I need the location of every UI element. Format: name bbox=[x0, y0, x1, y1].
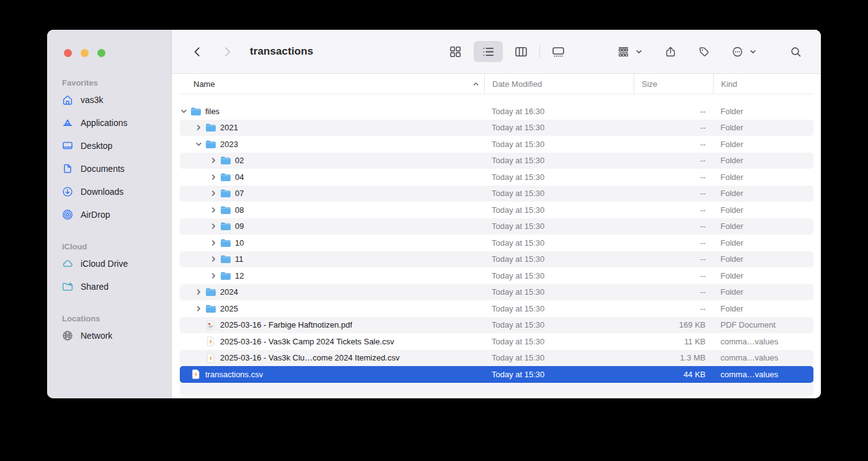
file-row[interactable]: 11Today at 15:30--Folder bbox=[180, 251, 813, 268]
sidebar-item-label: vas3k bbox=[81, 95, 104, 105]
disclosure-triangle[interactable] bbox=[210, 272, 217, 279]
file-row[interactable]: 08Today at 15:30--Folder bbox=[180, 202, 813, 218]
sidebar-item-documents[interactable]: Documents bbox=[47, 157, 171, 180]
disclosure-triangle[interactable] bbox=[210, 174, 217, 181]
file-row[interactable]: 07Today at 15:30--Folder bbox=[180, 186, 813, 202]
file-row[interactable]: 2025Today at 15:30--Folder bbox=[180, 300, 813, 317]
share-button[interactable] bbox=[661, 43, 680, 60]
sidebar-item-vas3k[interactable]: vas3k bbox=[47, 88, 171, 111]
disclosure-triangle[interactable] bbox=[210, 223, 217, 230]
disclosure-triangle[interactable] bbox=[210, 157, 217, 164]
search-button[interactable] bbox=[786, 43, 805, 60]
disclosure-triangle[interactable] bbox=[195, 141, 202, 148]
sidebar-sections: Favoritesvas3kApplicationsDesktopDocumen… bbox=[47, 78, 171, 347]
file-size: 11 KB bbox=[634, 337, 713, 346]
file-size: -- bbox=[634, 271, 713, 280]
file-row[interactable]: filesToday at 16:30--Folder bbox=[180, 103, 813, 120]
gallery-view-button[interactable] bbox=[544, 41, 573, 62]
file-row[interactable]: 12Today at 15:30--Folder bbox=[180, 267, 813, 284]
file-kind: Folder bbox=[713, 189, 813, 198]
sidebar-item-downloads[interactable]: Downloads bbox=[47, 180, 171, 203]
file-row[interactable]: 2025-03-16 - Vas3k Clu…come 2024 Itemize… bbox=[180, 350, 813, 367]
globe-icon bbox=[62, 330, 73, 341]
file-size: -- bbox=[634, 123, 713, 132]
disclosure-triangle[interactable] bbox=[210, 207, 217, 213]
downloads-icon bbox=[62, 186, 73, 197]
file-row[interactable]: transactions.csvToday at 15:3044 KBcomma… bbox=[180, 366, 813, 383]
window-title: transactions bbox=[250, 45, 313, 58]
file-size: -- bbox=[634, 254, 713, 264]
sidebar-item-applications[interactable]: Applications bbox=[47, 111, 171, 134]
list-view-button[interactable] bbox=[474, 41, 503, 62]
disclosure-triangle[interactable] bbox=[210, 256, 217, 262]
sidebar-item-label: Downloads bbox=[81, 187, 123, 197]
disclosure-triangle[interactable] bbox=[195, 289, 202, 295]
file-size: 44 KB bbox=[634, 370, 713, 379]
minimize-button[interactable] bbox=[81, 49, 89, 57]
date-modified: Today at 15:30 bbox=[484, 287, 634, 297]
shared-folder-icon bbox=[62, 281, 73, 292]
column-view-button[interactable] bbox=[507, 41, 536, 62]
file-kind: PDF Document bbox=[713, 320, 813, 329]
date-modified: Today at 15:30 bbox=[484, 123, 634, 132]
sidebar-item-label: Documents bbox=[81, 164, 125, 174]
file-row[interactable]: 2025-03-16 - Farbige Haftnotizen.pdfToda… bbox=[180, 317, 813, 334]
file-row[interactable]: 2024Today at 15:30--Folder bbox=[180, 284, 813, 301]
disclosure-triangle[interactable] bbox=[210, 239, 217, 246]
file-row[interactable]: 2025-03-16 - Vas3k Camp 2024 Tickets Sal… bbox=[180, 333, 813, 350]
file-row[interactable]: 02Today at 15:30--Folder bbox=[180, 153, 813, 169]
file-row[interactable]: 10Today at 15:30--Folder bbox=[180, 235, 813, 251]
sidebar-section-label: iCloud bbox=[62, 242, 171, 252]
file-size: -- bbox=[634, 140, 713, 149]
file-kind: Folder bbox=[713, 205, 813, 215]
file-name: 2023 bbox=[220, 140, 238, 149]
sidebar-item-airdrop[interactable]: AirDrop bbox=[47, 203, 171, 226]
column-date-modified[interactable]: Date Modified bbox=[484, 74, 634, 94]
file-name: transactions.csv bbox=[205, 370, 263, 379]
file-name: 04 bbox=[235, 172, 244, 182]
date-modified: Today at 15:30 bbox=[484, 370, 634, 379]
close-button[interactable] bbox=[64, 49, 72, 57]
file-row[interactable]: 2021Today at 15:30--Folder bbox=[180, 120, 813, 137]
date-modified: Today at 15:30 bbox=[484, 205, 634, 215]
folder-icon bbox=[219, 156, 231, 165]
group-by-button[interactable] bbox=[614, 43, 642, 60]
folder-icon bbox=[205, 140, 216, 149]
disclosure-triangle[interactable] bbox=[210, 190, 217, 197]
column-kind[interactable]: Kind bbox=[713, 74, 813, 94]
file-kind: Folder bbox=[713, 172, 813, 182]
folder-icon bbox=[219, 238, 231, 248]
sidebar-item-label: iCloud Drive bbox=[81, 259, 128, 269]
column-name[interactable]: Name bbox=[180, 74, 484, 94]
file-row[interactable]: 04Today at 15:30--Folder bbox=[180, 169, 813, 186]
forward-button[interactable] bbox=[218, 43, 236, 60]
file-kind: comma…values bbox=[713, 370, 813, 379]
sidebar-item-desktop[interactable]: Desktop bbox=[47, 134, 171, 157]
zoom-button[interactable] bbox=[97, 49, 105, 57]
sidebar-item-shared[interactable]: Shared bbox=[47, 275, 171, 298]
disclosure-triangle[interactable] bbox=[195, 305, 202, 312]
sidebar-item-icloud-drive[interactable]: iCloud Drive bbox=[47, 252, 171, 275]
more-actions-button[interactable] bbox=[728, 43, 756, 60]
disclosure-triangle[interactable] bbox=[195, 124, 202, 131]
tag-button[interactable] bbox=[694, 43, 713, 60]
file-kind: Folder bbox=[713, 254, 813, 264]
column-size[interactable]: Size bbox=[634, 74, 713, 94]
file-size: -- bbox=[634, 238, 713, 248]
sort-ascending-icon bbox=[472, 81, 479, 87]
icon-view-button[interactable] bbox=[441, 41, 470, 62]
file-row[interactable]: 2023Today at 15:30--Folder bbox=[180, 136, 813, 153]
back-button[interactable] bbox=[188, 43, 206, 60]
finder-window: Favoritesvas3kApplicationsDesktopDocumen… bbox=[47, 30, 821, 398]
file-kind: Folder bbox=[713, 107, 813, 116]
file-row[interactable]: 09Today at 15:30--Folder bbox=[180, 218, 813, 235]
airdrop-icon bbox=[62, 209, 73, 220]
file-name: 2025-03-16 - Farbige Haftnotizen.pdf bbox=[220, 320, 352, 329]
file-size: -- bbox=[634, 222, 713, 231]
file-kind: comma…values bbox=[713, 337, 813, 346]
disclosure-triangle[interactable] bbox=[180, 108, 187, 115]
file-kind: Folder bbox=[713, 222, 813, 231]
sidebar-item-network[interactable]: Network bbox=[47, 324, 171, 347]
sidebar-item-label: Shared bbox=[81, 282, 108, 292]
date-modified: Today at 15:30 bbox=[484, 320, 634, 329]
